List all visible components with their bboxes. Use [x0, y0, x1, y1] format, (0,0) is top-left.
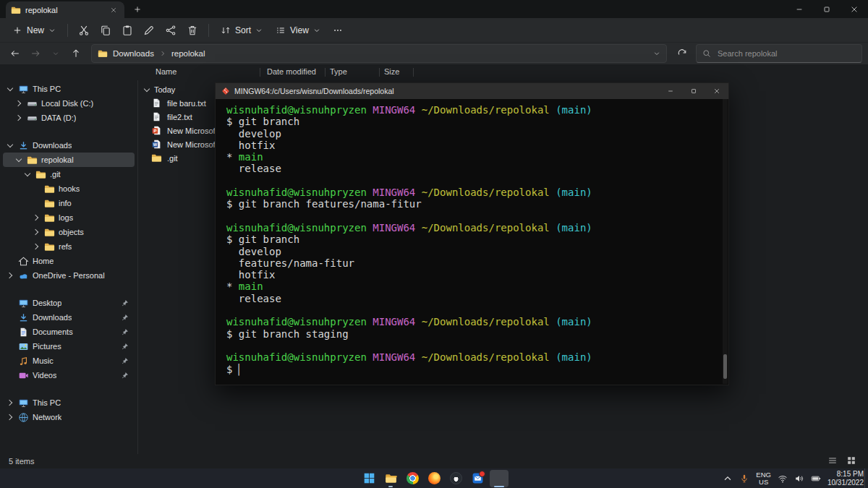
new-icon — [12, 25, 22, 35]
chevron-down-icon[interactable] — [6, 85, 14, 93]
pin-icon — [122, 357, 129, 364]
column-header-size[interactable]: Size — [384, 67, 399, 76]
show-desktop-button[interactable] — [864, 468, 868, 488]
rename-button[interactable] — [138, 21, 160, 40]
sidebar-item-info[interactable]: info — [3, 196, 135, 210]
column-header-date-modified[interactable]: Date modified — [267, 67, 316, 76]
sidebar-item-git[interactable]: .git — [3, 167, 135, 181]
terminal-scrollbar-thumb[interactable] — [723, 354, 727, 379]
delete-button[interactable] — [182, 21, 203, 40]
new-button[interactable]: New — [6, 21, 62, 40]
window-close-button[interactable] — [841, 0, 868, 18]
download-icon — [18, 140, 29, 151]
sidebar-item-repolokal[interactable]: repolokal — [3, 153, 135, 167]
taskbar-mail-button[interactable] — [468, 470, 487, 487]
sidebar-item-refs[interactable]: refs — [3, 239, 135, 254]
window-minimize-button[interactable] — [786, 0, 813, 18]
copy-button[interactable] — [95, 21, 116, 40]
sidebar-item-downloads[interactable]: Downloads — [3, 310, 135, 325]
sidebar-item-hooks[interactable]: hooks — [3, 181, 135, 196]
address-dropdown-icon[interactable] — [653, 50, 660, 57]
chevron-down-icon[interactable] — [14, 155, 23, 164]
chevron-right-icon[interactable] — [32, 213, 41, 222]
terminal-close-button[interactable] — [705, 83, 728, 99]
sidebar-item-data-d[interactable]: DATA (D:) — [3, 111, 135, 125]
clock-time: 8:15 PM — [827, 470, 864, 479]
recent-locations-button[interactable] — [46, 44, 65, 63]
view-button[interactable]: View — [269, 21, 327, 40]
network-icon[interactable] — [778, 474, 788, 484]
sidebar-item-this-pc[interactable]: This PC — [3, 82, 135, 96]
chevron-right-icon[interactable] — [6, 271, 14, 280]
breadcrumb-repolokal[interactable]: repolokal — [171, 49, 205, 58]
terminal-body[interactable]: wisnuhafid@wisnuhpryzen MINGW64 ~/Downlo… — [216, 99, 728, 385]
paste-button[interactable] — [116, 21, 138, 40]
chevron-right-icon[interactable] — [32, 242, 41, 251]
sidebar-item-home[interactable]: Home — [3, 254, 135, 268]
sidebar-item-local-disk-c[interactable]: Local Disk (C:) — [3, 96, 135, 111]
window-maximize-button[interactable] — [813, 0, 841, 18]
new-tab-button[interactable] — [130, 2, 145, 17]
terminal-maximize-button[interactable] — [682, 83, 705, 99]
sidebar-item-this-pc[interactable]: This PC — [3, 395, 135, 410]
sidebar-item-downloads[interactable]: Downloads — [3, 138, 135, 153]
address-bar[interactable]: Downloads repolokal — [91, 44, 667, 63]
share-button[interactable] — [160, 21, 182, 40]
microphone-icon[interactable] — [739, 474, 749, 484]
forward-button[interactable] — [26, 44, 45, 63]
breadcrumb-downloads[interactable]: Downloads — [113, 49, 154, 58]
taskbar-github-desktop-button[interactable] — [446, 470, 465, 487]
tray-overflow-icon[interactable] — [723, 474, 733, 484]
column-divider[interactable] — [413, 68, 414, 77]
taskbar-chrome-button[interactable] — [403, 470, 422, 487]
chevron-right-icon[interactable] — [14, 99, 23, 108]
sidebar-item-network[interactable]: Network — [3, 410, 135, 424]
taskbar-firefox-button[interactable] — [425, 470, 443, 487]
up-button[interactable] — [67, 44, 85, 63]
chevron-right-icon[interactable] — [6, 398, 14, 407]
column-header-name[interactable]: Name — [156, 67, 176, 76]
sidebar-item-logs[interactable]: logs — [3, 210, 135, 225]
search-input[interactable] — [716, 48, 856, 59]
cut-button[interactable] — [73, 21, 95, 40]
chevron-right-icon[interactable] — [6, 413, 14, 421]
chevron-right-icon[interactable] — [32, 228, 41, 236]
column-divider[interactable] — [379, 68, 380, 77]
clock[interactable]: 8:15 PM 10/31/2022 — [827, 470, 864, 487]
chevron-down-icon[interactable] — [142, 85, 151, 94]
terminal-scrollbar[interactable] — [723, 99, 728, 384]
new-button-label: New — [27, 25, 44, 35]
taskbar-file-explorer-button[interactable] — [381, 470, 400, 487]
thumbnail-view-button[interactable] — [846, 455, 858, 467]
details-view-button[interactable] — [827, 455, 839, 467]
column-header-type[interactable]: Type — [330, 67, 347, 76]
sort-button[interactable]: Sort — [214, 21, 269, 40]
battery-icon[interactable] — [811, 474, 821, 484]
sidebar: This PCLocal Disk (C:)DATA (D:)Downloads… — [0, 80, 138, 454]
column-divider[interactable] — [260, 68, 260, 77]
search-box[interactable] — [696, 44, 862, 63]
sidebar-item-documents[interactable]: Documents — [3, 325, 135, 339]
chevron-right-icon[interactable] — [14, 114, 23, 122]
sidebar-item-objects[interactable]: objects — [3, 225, 135, 239]
see-more-button[interactable] — [327, 21, 349, 40]
volume-icon[interactable] — [794, 474, 804, 484]
taskbar-git-bash-button[interactable] — [490, 470, 509, 487]
refresh-button[interactable] — [673, 44, 692, 63]
column-divider[interactable] — [325, 68, 326, 77]
toolbar-divider — [208, 24, 209, 37]
terminal-minimize-button[interactable] — [659, 83, 682, 99]
chevron-down-icon[interactable] — [23, 170, 32, 179]
sidebar-item-pictures[interactable]: Pictures — [3, 339, 135, 354]
taskbar-start-button[interactable] — [359, 470, 378, 487]
sidebar-item-videos[interactable]: Videos — [3, 368, 135, 382]
sidebar-item-music[interactable]: Music — [3, 354, 135, 368]
chevron-down-icon[interactable] — [6, 141, 14, 150]
back-button[interactable] — [6, 44, 25, 63]
explorer-tab[interactable]: repolokal — [6, 1, 124, 18]
tab-close-icon[interactable] — [108, 4, 119, 16]
language-indicator[interactable]: ENG US — [756, 471, 771, 486]
sidebar-item-onedrive-personal[interactable]: OneDrive - Personal — [3, 268, 135, 283]
terminal-title-bar[interactable]: MINGW64:/c/Users/wisnu/Downloads/repolok… — [216, 83, 728, 99]
sidebar-item-desktop[interactable]: Desktop — [3, 296, 135, 310]
